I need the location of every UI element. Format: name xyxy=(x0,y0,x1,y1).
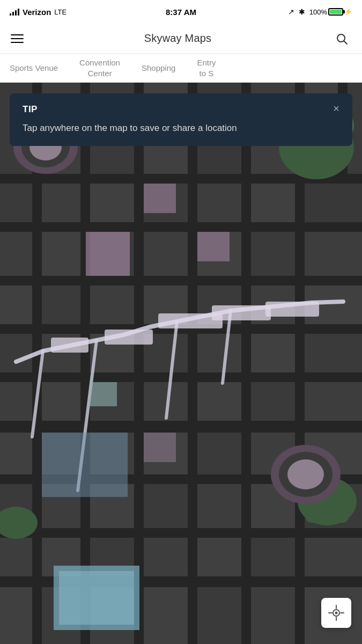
charging-icon: ⚡ xyxy=(344,8,352,16)
app-header: Skyway Maps xyxy=(0,24,362,54)
svg-rect-27 xyxy=(0,184,32,222)
svg-rect-110 xyxy=(197,232,230,261)
svg-rect-48 xyxy=(0,334,32,372)
map-svg xyxy=(0,83,362,644)
svg-rect-86 xyxy=(144,587,188,644)
signal-icon xyxy=(10,8,19,16)
svg-rect-72 xyxy=(144,484,188,528)
menu-button[interactable] xyxy=(11,34,24,43)
svg-point-115 xyxy=(335,612,338,614)
battery-icon xyxy=(328,8,343,16)
hamburger-line-2 xyxy=(11,38,24,39)
tab-sports-venue[interactable]: Sports Venue xyxy=(0,54,69,82)
app-title: Skyway Maps xyxy=(144,32,212,45)
status-left: Verizon LTE xyxy=(10,8,67,17)
svg-rect-29 xyxy=(90,184,134,222)
svg-rect-81 xyxy=(251,538,295,576)
location-icon xyxy=(328,604,345,621)
svg-rect-40 xyxy=(305,232,362,276)
svg-rect-108 xyxy=(86,232,130,276)
svg-rect-104 xyxy=(105,330,153,345)
svg-line-1 xyxy=(344,41,347,44)
status-bar: Verizon LTE 8:37 AM ↗ ✱ 100% ⚡ xyxy=(0,0,362,24)
tip-body: Tap anywhere on the map to save or share… xyxy=(23,121,339,135)
svg-rect-103 xyxy=(51,338,88,353)
svg-rect-102 xyxy=(59,571,134,625)
svg-rect-4 xyxy=(0,276,362,286)
status-right: ↗ ✱ 100% ⚡ xyxy=(288,8,352,16)
svg-rect-55 xyxy=(0,382,32,421)
tip-overlay: TIP × Tap anywhere on the map to save or… xyxy=(10,93,352,146)
svg-rect-52 xyxy=(197,334,241,372)
svg-rect-88 xyxy=(251,587,295,644)
svg-rect-82 xyxy=(305,538,362,576)
svg-rect-107 xyxy=(265,302,319,317)
svg-rect-73 xyxy=(197,484,241,528)
tab-entry-to-s[interactable]: Entry to S xyxy=(186,54,226,82)
svg-rect-12 xyxy=(80,83,90,644)
svg-rect-41 xyxy=(0,286,32,324)
tip-header: TIP × xyxy=(23,104,339,115)
svg-rect-28 xyxy=(42,184,80,222)
svg-rect-66 xyxy=(197,433,241,474)
svg-rect-111 xyxy=(90,382,117,406)
tab-convention-center[interactable]: Convention Center xyxy=(69,54,131,82)
svg-rect-3 xyxy=(0,222,362,232)
svg-rect-34 xyxy=(0,232,32,276)
svg-rect-112 xyxy=(144,433,176,462)
svg-rect-62 xyxy=(0,433,32,474)
hamburger-line-1 xyxy=(11,34,24,35)
svg-rect-14 xyxy=(188,83,197,644)
tip-label: TIP xyxy=(23,104,38,115)
tab-shopping[interactable]: Shopping xyxy=(131,54,186,82)
svg-rect-7 xyxy=(0,421,362,433)
svg-rect-109 xyxy=(144,184,176,213)
my-location-button[interactable] xyxy=(321,598,351,628)
network-label: LTE xyxy=(54,8,67,16)
location-arrow-icon: ↗ xyxy=(288,8,294,16)
category-tabs: Sports Venue Convention Center Shopping … xyxy=(0,54,362,83)
svg-rect-53 xyxy=(251,334,295,372)
search-icon xyxy=(335,32,348,45)
svg-rect-54 xyxy=(305,334,362,372)
svg-point-100 xyxy=(287,459,324,489)
svg-rect-9 xyxy=(0,528,362,538)
svg-rect-32 xyxy=(251,184,295,222)
svg-rect-56 xyxy=(42,382,80,421)
carrier-label: Verizon xyxy=(23,8,51,17)
svg-rect-15 xyxy=(241,83,251,644)
battery-container: 100% ⚡ xyxy=(309,8,352,16)
svg-rect-33 xyxy=(305,184,362,222)
status-time: 8:37 AM xyxy=(166,8,196,17)
map-area[interactable]: TIP × Tap anywhere on the map to save or… xyxy=(0,83,362,644)
svg-rect-31 xyxy=(197,184,241,222)
battery-percent: 100% xyxy=(309,8,327,16)
svg-rect-59 xyxy=(197,382,241,421)
battery-fill xyxy=(330,10,342,14)
svg-rect-39 xyxy=(251,232,295,276)
svg-rect-37 xyxy=(144,232,188,276)
search-button[interactable] xyxy=(332,29,351,48)
svg-rect-80 xyxy=(197,538,241,576)
svg-rect-61 xyxy=(305,382,362,421)
svg-rect-87 xyxy=(197,587,241,644)
svg-rect-79 xyxy=(144,538,188,576)
tip-close-button[interactable]: × xyxy=(333,103,339,114)
hamburger-line-3 xyxy=(11,42,24,43)
svg-rect-43 xyxy=(90,286,134,324)
svg-rect-60 xyxy=(251,382,295,421)
svg-rect-35 xyxy=(42,232,80,276)
svg-rect-76 xyxy=(0,538,32,576)
svg-rect-83 xyxy=(0,587,32,644)
svg-rect-42 xyxy=(42,286,80,324)
svg-rect-113 xyxy=(42,433,128,497)
svg-rect-13 xyxy=(134,83,144,644)
svg-rect-106 xyxy=(212,305,271,320)
bluetooth-icon: ✱ xyxy=(299,8,305,16)
